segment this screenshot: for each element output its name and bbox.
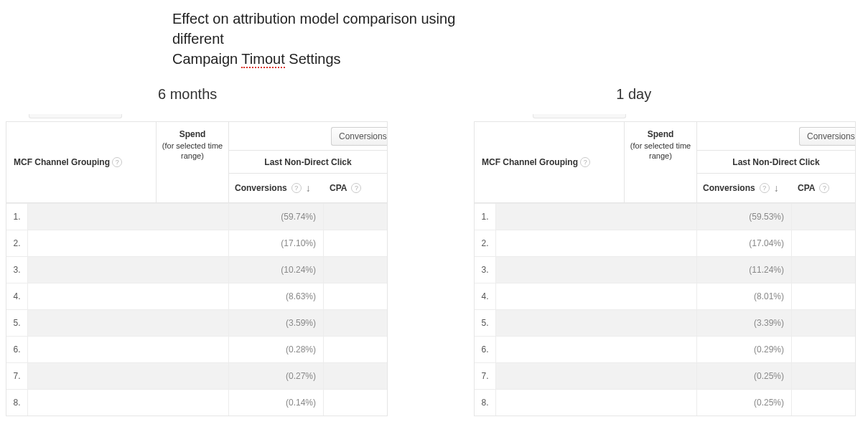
table-row[interactable]: 7.(0.27%) — [6, 362, 387, 389]
row-index: 4. — [6, 283, 28, 309]
label-1-day: 1 day — [616, 86, 651, 103]
header-spend: Spend (for selected time range) — [157, 122, 228, 202]
row-body — [496, 230, 697, 256]
table-row[interactable]: 8.(0.25%) — [475, 389, 855, 416]
row-conversions-pct: (11.24%) — [697, 257, 792, 283]
table-row[interactable]: 3.(10.24%) — [6, 256, 387, 283]
row-cpa — [324, 390, 387, 416]
header-mcf-channel[interactable]: MCF Channel Grouping ? — [6, 122, 157, 202]
row-index: 6. — [475, 337, 496, 362]
row-index: 3. — [6, 257, 28, 283]
row-cpa — [324, 257, 387, 283]
table-row[interactable]: 1.(59.53%) — [475, 203, 855, 230]
help-icon[interactable]: ? — [291, 183, 302, 193]
row-body — [28, 204, 229, 230]
table-1-day: MCF Channel Grouping ? Spend (for select… — [474, 114, 856, 416]
header-conversions-label: Conversions — [703, 183, 755, 193]
header-conversions[interactable]: Conversions ? ↓ — [697, 182, 798, 194]
header-spend-sub: (for selected time range) — [630, 141, 691, 160]
row-body — [28, 257, 229, 283]
header-spend: Spend (for selected time range) — [625, 122, 696, 202]
row-cpa — [792, 390, 855, 416]
header-mcf-channel[interactable]: MCF Channel Grouping ? — [475, 122, 625, 202]
row-index: 8. — [475, 390, 496, 416]
row-index: 7. — [475, 363, 496, 389]
row-body — [28, 337, 229, 362]
title-line-1: Effect on attribution model comparison u… — [172, 11, 455, 47]
title-typo: Timout — [241, 51, 284, 68]
header-conversions[interactable]: Conversions ? ↓ — [229, 182, 330, 194]
row-index: 5. — [475, 310, 496, 336]
row-cpa — [792, 257, 855, 283]
sort-arrow-down-icon[interactable]: ↓ — [306, 182, 311, 194]
row-index: 5. — [6, 310, 28, 336]
row-cpa — [792, 283, 855, 309]
table-row[interactable]: 4.(8.01%) — [475, 283, 855, 309]
page-title: Effect on attribution model comparison u… — [0, 0, 488, 69]
help-icon[interactable]: ? — [760, 183, 770, 193]
row-conversions-pct: (0.25%) — [697, 363, 792, 389]
row-conversions-pct: (3.59%) — [229, 310, 324, 336]
header-model: Last Non-Direct Click — [229, 151, 387, 174]
row-body — [496, 363, 697, 389]
row-index: 1. — [475, 204, 496, 230]
sort-arrow-down-icon[interactable]: ↓ — [774, 182, 779, 194]
row-cpa — [792, 310, 855, 336]
row-cpa — [324, 363, 387, 389]
row-index: 2. — [6, 230, 28, 256]
table-row[interactable]: 4.(8.63%) — [6, 283, 387, 309]
row-conversions-pct: (0.25%) — [697, 390, 792, 416]
row-cpa — [792, 230, 855, 256]
row-conversions-pct: (0.29%) — [697, 337, 792, 362]
table-row[interactable]: 2.(17.10%) — [6, 230, 387, 256]
row-body — [28, 310, 229, 336]
help-icon[interactable]: ? — [580, 157, 590, 167]
table-6-months: MCF Channel Grouping ? Spend (for select… — [6, 114, 388, 416]
header-spend-label: Spend — [179, 129, 206, 139]
row-conversions-pct: (3.39%) — [697, 310, 792, 336]
row-conversions-pct: (59.53%) — [697, 204, 792, 230]
row-index: 8. — [6, 390, 28, 416]
header-mcf-label: MCF Channel Grouping — [482, 157, 578, 167]
table-row[interactable]: 3.(11.24%) — [475, 256, 855, 283]
row-cpa — [324, 283, 387, 309]
help-icon[interactable]: ? — [351, 183, 361, 193]
header-model: Last Non-Direct Click — [697, 151, 855, 174]
row-body — [496, 337, 697, 362]
row-index: 6. — [6, 337, 28, 362]
table-row[interactable]: 2.(17.04%) — [475, 230, 855, 256]
header-cpa[interactable]: CPA ? — [798, 183, 855, 193]
table-top-stub — [533, 114, 626, 118]
help-icon[interactable]: ? — [819, 183, 829, 193]
row-index: 3. — [475, 257, 496, 283]
table-top-stub — [29, 114, 122, 118]
row-conversions-pct: (0.28%) — [229, 337, 324, 362]
table-row[interactable]: 6.(0.28%) — [6, 336, 387, 362]
conversions-dropdown[interactable]: Conversions & — [799, 127, 855, 146]
header-mcf-label: MCF Channel Grouping — [14, 157, 110, 167]
header-cpa-label: CPA — [330, 183, 347, 193]
table-row[interactable]: 6.(0.29%) — [475, 336, 855, 362]
title-line-2b: Settings — [285, 51, 341, 67]
table-row[interactable]: 7.(0.25%) — [475, 362, 855, 389]
conversions-dropdown[interactable]: Conversions — [331, 127, 387, 146]
table-row[interactable]: 1.(59.74%) — [6, 203, 387, 230]
table-row[interactable]: 5.(3.39%) — [475, 309, 855, 336]
row-body — [496, 310, 697, 336]
row-cpa — [792, 363, 855, 389]
row-conversions-pct: (17.10%) — [229, 230, 324, 256]
row-cpa — [324, 310, 387, 336]
header-cpa[interactable]: CPA ? — [330, 183, 387, 193]
header-spend-label: Spend — [648, 129, 674, 139]
label-6-months: 6 months — [158, 86, 217, 103]
row-body — [28, 390, 229, 416]
help-icon[interactable]: ? — [112, 157, 122, 167]
row-conversions-pct: (0.27%) — [229, 363, 324, 389]
table-row[interactable]: 5.(3.59%) — [6, 309, 387, 336]
row-conversions-pct: (17.04%) — [697, 230, 792, 256]
header-conversions-label: Conversions — [235, 183, 287, 193]
table-row[interactable]: 8.(0.14%) — [6, 389, 387, 416]
row-index: 7. — [6, 363, 28, 389]
row-body — [28, 230, 229, 256]
row-body — [496, 283, 697, 309]
